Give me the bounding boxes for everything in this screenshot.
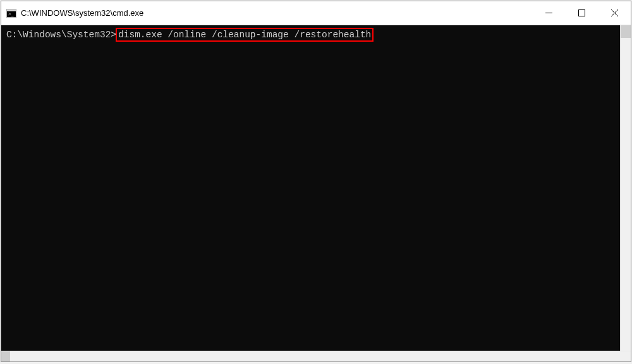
vertical-scroll-thumb[interactable] [621, 25, 631, 38]
svg-text:>_: >_ [8, 11, 15, 17]
vertical-scrollbar[interactable] [620, 25, 631, 351]
close-button[interactable] [598, 1, 631, 25]
command-highlight: dism.exe /online /cleanup-image /restore… [116, 28, 374, 42]
window-controls [532, 1, 631, 25]
titlebar[interactable]: >_ C:\WINDOWS\system32\cmd.exe [1, 1, 631, 25]
svg-rect-4 [578, 10, 585, 16]
window-title: C:\WINDOWS\system32\cmd.exe [21, 8, 532, 18]
maximize-button[interactable] [565, 1, 598, 25]
prompt-text: C:\Windows\System32> [6, 30, 116, 40]
prompt-line: C:\Windows\System32>dism.exe /online /cl… [1, 28, 620, 42]
horizontal-scroll-thumb[interactable] [1, 351, 10, 361]
cmd-window: >_ C:\WINDOWS\system32\cmd.exe C:\Window… [1, 1, 631, 362]
cmd-icon: >_ [6, 8, 16, 18]
scrollbar-corner [620, 351, 631, 361]
client-area: C:\Windows\System32>dism.exe /online /cl… [1, 25, 631, 351]
minimize-button[interactable] [532, 1, 565, 25]
console-output[interactable]: C:\Windows\System32>dism.exe /online /cl… [1, 25, 620, 351]
horizontal-scroll-track[interactable] [10, 351, 620, 361]
horizontal-scrollbar-area [1, 351, 631, 361]
